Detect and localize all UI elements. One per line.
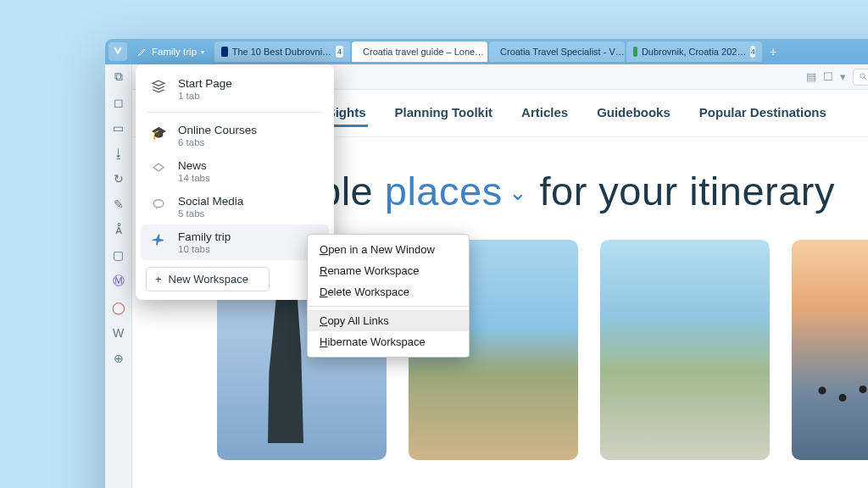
workspace-item-social[interactable]: Social Media5 tabs	[141, 189, 329, 225]
ctx-rename-workspace[interactable]: Rename Workspace	[308, 260, 469, 281]
tab-label: Dubrovnik, Croatia 202…	[642, 47, 747, 57]
ctx-copy-all-links[interactable]: Copy All Links	[308, 310, 469, 331]
tab-count: 4	[336, 46, 343, 58]
search-input[interactable]: Search DuckDuckGo ▾	[853, 69, 868, 86]
chevron-down-icon[interactable]: ⌄	[503, 180, 528, 205]
new-workspace-button[interactable]: + New Workspace	[146, 267, 270, 291]
workspace-dropdown: Start Page1 tab 🎓 Online Courses6 tabs N…	[136, 64, 334, 300]
workspace-item-news[interactable]: News14 tabs	[141, 153, 329, 189]
search-icon	[859, 72, 868, 81]
add-panel-icon[interactable]: ⊕	[114, 352, 124, 365]
chevron-down-icon[interactable]: ▾	[840, 70, 846, 83]
downloads-icon[interactable]: ⭳	[113, 147, 125, 160]
workspace-item-family-trip[interactable]: Family trip10 tabs	[141, 225, 329, 260]
svg-point-0	[860, 74, 865, 79]
stack-icon	[149, 77, 168, 96]
panels-icon[interactable]: ⧉	[114, 69, 123, 84]
ctx-hibernate-workspace[interactable]: Hibernate Workspace	[308, 331, 469, 352]
tab-4[interactable]: Dubrovnik, Croatia 202… 4	[626, 42, 762, 62]
new-tab-button[interactable]: +	[764, 42, 782, 61]
bookmark-icon[interactable]: ☐	[823, 70, 833, 83]
tab-label: The 10 Best Dubrovni…	[232, 47, 331, 57]
pencil-icon	[137, 47, 147, 57]
tab-label: Croatia travel guide – Lone…	[363, 47, 484, 57]
subnav-item-planning[interactable]: Planning Toolkit	[393, 100, 495, 127]
tab-2[interactable]: Croatia travel guide – Lone…	[352, 42, 487, 62]
tab-1[interactable]: The 10 Best Dubrovni… 4	[214, 42, 350, 62]
subnav-item-popular[interactable]: Popular Destinations	[698, 100, 828, 127]
destination-card[interactable]	[600, 240, 770, 460]
workspace-item-start[interactable]: Start Page1 tab	[141, 71, 329, 107]
translate-icon[interactable]: ᴀ̊	[115, 223, 122, 236]
tab-count: 4	[750, 46, 755, 58]
reader-icon[interactable]: ▤	[806, 70, 816, 83]
plane-icon	[149, 230, 168, 249]
vivaldi-panel-icon[interactable]: ◯	[112, 301, 125, 314]
chat-icon	[149, 195, 168, 214]
reading-icon[interactable]: ▭	[113, 121, 124, 135]
svg-point-1	[153, 200, 164, 208]
context-menu: Open in a New Window Rename Workspace De…	[307, 234, 470, 358]
plus-icon: +	[155, 273, 162, 286]
ctx-delete-workspace[interactable]: Delete Workspace	[308, 281, 469, 302]
separator	[308, 306, 469, 307]
tag-icon	[149, 159, 168, 178]
subnav-item-guidebooks[interactable]: Guidebooks	[595, 100, 672, 127]
tab-label: Croatia Travel Specialist - V…	[500, 47, 625, 57]
tab-3[interactable]: Croatia Travel Specialist - V…	[489, 42, 625, 62]
mastodon-icon[interactable]: Ⓜ	[113, 274, 125, 289]
favicon-icon	[221, 47, 228, 57]
workspace-sub: 1 tab	[178, 91, 232, 101]
graduation-icon: 🎓	[149, 124, 168, 142]
history-icon[interactable]: ↻	[114, 172, 124, 186]
notes-icon[interactable]: ✎	[114, 197, 124, 211]
subnav-item-articles[interactable]: Articles	[520, 100, 570, 127]
workspace-selector[interactable]: Family trip ▾	[132, 44, 213, 59]
destination-card[interactable]	[792, 240, 868, 460]
tabstrip: Family trip ▾ The 10 Best Dubrovni… 4 Cr…	[105, 39, 868, 64]
favicon-icon	[633, 47, 637, 57]
bookmarks-icon[interactable]: ◻	[114, 96, 124, 109]
workspace-item-courses[interactable]: 🎓 Online Courses6 tabs	[141, 118, 329, 153]
workspace-name: Start Page	[178, 77, 232, 90]
separator	[147, 112, 322, 113]
window-icon[interactable]: ▢	[113, 248, 124, 262]
workspace-label: Family trip	[152, 47, 197, 57]
chevron-down-icon: ▾	[201, 48, 204, 56]
panel-rail: ⧉ ◻ ▭ ⭳ ↻ ✎ ᴀ̊ ▢ Ⓜ ◯ W ⊕	[105, 64, 132, 488]
wikipedia-icon[interactable]: W	[113, 326, 124, 340]
vivaldi-icon[interactable]	[108, 42, 127, 61]
ctx-open-new-window[interactable]: Open in a New Window	[308, 239, 469, 260]
